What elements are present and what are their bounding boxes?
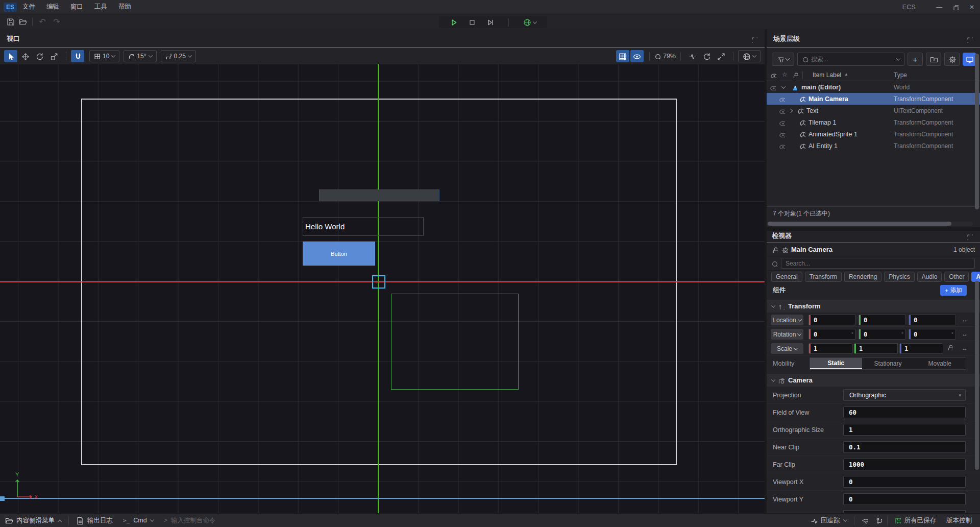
location-dropdown[interactable]: Location	[771, 315, 803, 325]
chevron-down-icon[interactable]	[781, 84, 786, 88]
menu-tools[interactable]: 工具	[89, 0, 113, 14]
view-mode-dropdown[interactable]	[738, 50, 761, 62]
scale-x-field[interactable]: 1	[808, 343, 852, 354]
scale-z-field[interactable]: 1	[899, 343, 943, 354]
eye-icon[interactable]	[779, 96, 785, 102]
eye-icon[interactable]	[779, 119, 785, 126]
console-command-field[interactable]: >	[159, 514, 248, 527]
hierarchy-hscrollbar[interactable]	[767, 222, 973, 226]
rotation-x-field[interactable]: 0°	[808, 329, 856, 340]
hierarchy-search-input[interactable]	[811, 56, 894, 63]
hierarchy-settings-button[interactable]	[944, 53, 960, 66]
step-button[interactable]	[486, 18, 494, 26]
tree-row-ai-entity[interactable]: AI Entity 1 TransformComponent	[767, 140, 980, 152]
transform-section-header[interactable]: Transform	[767, 300, 980, 313]
minimize-button[interactable]: —	[931, 0, 947, 14]
tab-all[interactable]: All	[971, 272, 980, 282]
rotation-dropdown[interactable]: Rotation	[771, 329, 803, 340]
zoom-control[interactable]: 79%	[654, 53, 676, 60]
chevron-right-icon[interactable]	[789, 108, 793, 112]
save-status[interactable]: 所有已保存	[890, 514, 942, 527]
tab-transform[interactable]: Transform	[805, 272, 842, 282]
tab-general[interactable]: General	[771, 272, 802, 282]
tab-other[interactable]: Other	[944, 272, 969, 282]
output-log-button[interactable]: 输出日志	[71, 514, 118, 527]
app-logo[interactable]: ES	[4, 3, 17, 12]
rotation-y-field[interactable]: 0°	[859, 329, 906, 340]
item-label-column[interactable]: Item Label	[813, 71, 841, 79]
scale-tool-button[interactable]	[47, 50, 60, 62]
location-y-field[interactable]: 0	[859, 315, 906, 325]
projection-dropdown[interactable]: Orthographic ▾	[843, 389, 966, 401]
eye-icon[interactable]	[779, 143, 785, 149]
tab-physics[interactable]: Physics	[884, 272, 914, 282]
new-folder-button[interactable]	[926, 53, 941, 66]
grid-snap-dropdown[interactable]: 10	[89, 50, 119, 62]
show-grid-button[interactable]	[616, 50, 629, 62]
inspector-search-input[interactable]	[786, 260, 970, 267]
eye-icon[interactable]	[770, 84, 776, 90]
inspector-expand-button[interactable]	[967, 234, 973, 240]
content-drawer-button[interactable]: 内容侧滑菜单	[0, 514, 66, 527]
scale-snap-dropdown[interactable]: 0.25	[161, 50, 196, 62]
scale-y-field[interactable]: 1	[854, 343, 898, 354]
link-axes-icon[interactable]: ↔	[962, 345, 968, 352]
viewport-expand-button[interactable]	[751, 37, 757, 43]
type-column[interactable]: Type	[894, 71, 907, 79]
tree-row-animatedsprite[interactable]: AnimatedSprite 1 TransformComponent	[767, 128, 980, 140]
menu-edit[interactable]: 编辑	[41, 0, 65, 14]
viewport-y-input[interactable]: 0	[843, 493, 966, 505]
add-component-button[interactable]: + 添加	[940, 285, 967, 296]
lock-icon[interactable]	[772, 247, 778, 253]
visibility-button[interactable]	[630, 50, 644, 62]
scene-canvas[interactable]: Hello World Button Y X	[0, 64, 765, 513]
restore-button[interactable]	[947, 0, 964, 14]
menu-help[interactable]: 帮助	[113, 0, 137, 14]
mobility-static[interactable]: Static	[810, 358, 862, 369]
select-tool-button[interactable]	[4, 50, 17, 62]
console-command-input[interactable]	[171, 517, 242, 524]
fullscreen-button[interactable]	[714, 50, 727, 62]
scale-dropdown[interactable]: Scale	[771, 343, 803, 354]
tree-row-tilemap[interactable]: Tilemap 1 TransformComponent	[767, 116, 980, 128]
tab-audio[interactable]: Audio	[917, 272, 942, 282]
stats-button[interactable]	[685, 50, 699, 62]
mobility-movable[interactable]: Movable	[914, 358, 966, 369]
rotation-snap-dropdown[interactable]: 15°	[124, 50, 156, 62]
tab-rendering[interactable]: Rendering	[844, 272, 881, 282]
hscrollbar-thumb[interactable]	[768, 222, 951, 226]
menu-file[interactable]: 文件	[17, 0, 41, 14]
tree-row-text[interactable]: Text UITextComponent	[767, 105, 980, 116]
network-status-button[interactable]	[856, 514, 873, 527]
near-clip-input[interactable]: 0.1	[843, 441, 966, 453]
eye-icon[interactable]	[779, 108, 785, 114]
trace-dropdown[interactable]: 回追踪	[806, 514, 852, 527]
cmd-dropdown[interactable]: >_ Cmd	[118, 514, 159, 527]
viewport-x-input[interactable]: 0	[843, 476, 966, 488]
undo-button[interactable]: ↶	[36, 16, 48, 28]
rotate-tool-button[interactable]	[33, 50, 46, 62]
location-z-field[interactable]: 0	[909, 315, 956, 325]
move-tool-button[interactable]	[18, 50, 32, 62]
add-entity-button[interactable]: +	[908, 53, 923, 66]
tree-row-main-camera[interactable]: Main Camera TransformComponent	[767, 93, 980, 105]
inspector-search-box[interactable]	[781, 258, 975, 269]
hierarchy-search[interactable]	[797, 53, 904, 66]
selection-gizmo[interactable]	[372, 275, 385, 289]
tree-row-world[interactable]: main (Editor) World	[767, 81, 980, 93]
save-button[interactable]	[4, 16, 16, 28]
play-button[interactable]	[450, 18, 457, 26]
far-clip-input[interactable]: 1000	[843, 459, 966, 470]
eye-icon[interactable]	[779, 131, 785, 137]
close-button[interactable]: ✕	[964, 0, 980, 14]
panel-object[interactable]	[319, 189, 439, 201]
version-control-button[interactable]: 版本控制	[941, 514, 977, 527]
mobility-stationary[interactable]: Stationary	[862, 358, 914, 369]
source-control-button[interactable]	[873, 514, 885, 527]
rotation-z-field[interactable]: 0°	[909, 329, 956, 340]
text-object[interactable]: Hello World	[303, 217, 424, 236]
orthographic-size-input[interactable]: 1	[843, 424, 966, 436]
button-object[interactable]: Button	[303, 242, 375, 266]
link-axes-icon[interactable]: ↔	[962, 330, 968, 338]
open-folder-button[interactable]	[16, 16, 29, 28]
